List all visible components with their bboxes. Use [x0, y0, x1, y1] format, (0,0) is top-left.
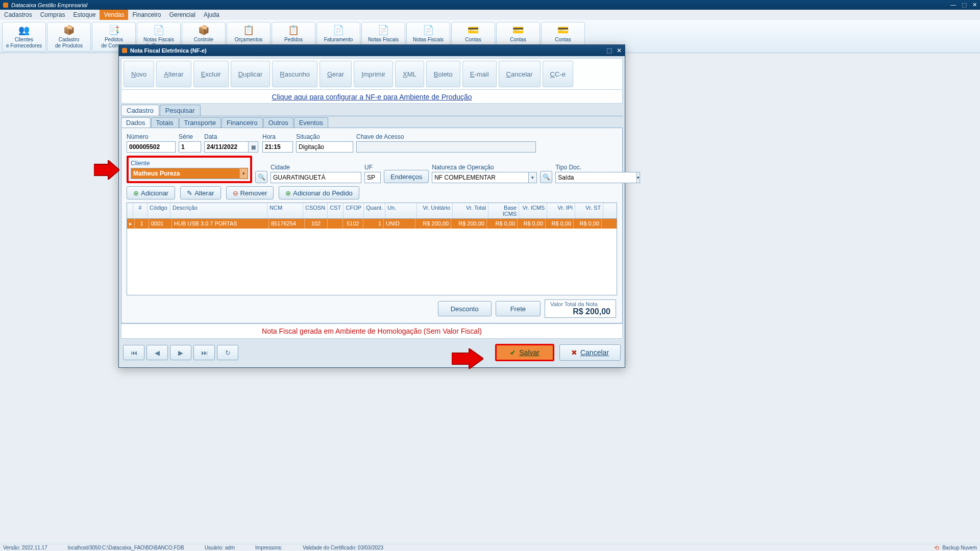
- natureza-label: Natureza de Operação: [432, 164, 537, 171]
- menu-gerencial[interactable]: Gerencial: [165, 10, 200, 20]
- serie-label: Série: [179, 133, 201, 140]
- ribbon-icon: 📄: [332, 24, 345, 36]
- action-duplicar[interactable]: Duplicar: [231, 61, 271, 87]
- refresh-icon[interactable]: ↻: [217, 345, 238, 360]
- menu-ajuda[interactable]: Ajuda: [200, 10, 224, 20]
- main-tabs: Cadastro Pesquisar: [121, 105, 623, 116]
- first-icon[interactable]: ⏮: [123, 345, 144, 360]
- record-nav: ⏮ ◀ ▶ ⏭ ↻: [123, 345, 238, 360]
- ribbon-button[interactable]: 📦Cadastrode Produtos: [47, 22, 91, 52]
- ribbon-icon: 📄: [377, 24, 390, 36]
- dialog-close-icon[interactable]: ✕: [617, 47, 622, 54]
- data-input[interactable]: [204, 141, 248, 153]
- col-vun: Vr. Unitário: [417, 203, 453, 218]
- ribbon-icon: 📑: [107, 24, 120, 36]
- refresh-icon[interactable]: ⟲: [934, 544, 939, 552]
- uf-input[interactable]: [364, 172, 381, 183]
- edit-icon: ✎: [187, 189, 192, 197]
- menu-compras[interactable]: Compras: [36, 10, 69, 20]
- subtab-transporte[interactable]: Transporte: [179, 117, 221, 128]
- ribbon-icon: 📦: [197, 24, 210, 36]
- app-titlebar: Datacaixa Gestão Empresarial — ⬚ ✕: [0, 0, 980, 10]
- chevron-down-icon[interactable]: ▾: [529, 172, 537, 183]
- status-versao: Versão: 2022.11.17: [3, 545, 47, 550]
- ribbon-icon: 📄: [152, 24, 165, 36]
- subtab-dados[interactable]: Dados: [121, 117, 151, 128]
- nfe-dialog: Nota Fiscal Eletrônica (NF-e) ⬚ ✕ NovoAl…: [118, 44, 625, 368]
- arrow-salvar: [452, 348, 483, 369]
- subtab-outros[interactable]: Outros: [263, 117, 293, 128]
- config-link[interactable]: Clique aqui para configurar a NF-e para …: [272, 93, 472, 101]
- menu-estoque[interactable]: Estoque: [69, 10, 100, 20]
- ribbon-icon: 👥: [17, 24, 31, 36]
- action-boleto[interactable]: Boleto: [426, 61, 460, 87]
- action-cancelar[interactable]: Cancelar: [499, 61, 541, 87]
- adicionar-item-button[interactable]: ⊕Adicionar: [127, 186, 175, 199]
- action-excluir[interactable]: Excluir: [193, 61, 229, 87]
- numero-label: Número: [127, 133, 176, 140]
- frete-button[interactable]: Frete: [496, 301, 541, 316]
- desconto-button[interactable]: Desconto: [438, 301, 492, 316]
- cliente-select[interactable]: [131, 168, 240, 179]
- action-imprimir[interactable]: Imprimir: [354, 61, 393, 87]
- close-icon[interactable]: ✕: [972, 2, 977, 8]
- plus-icon: ⊕: [133, 189, 139, 197]
- calendar-icon[interactable]: ▦: [248, 141, 258, 153]
- col-idx: #: [133, 203, 148, 218]
- menu-cadastros[interactable]: Cadastros: [0, 10, 36, 20]
- salvar-button[interactable]: ✔Salvar: [495, 344, 554, 361]
- dialog-maximize-icon[interactable]: ⬚: [606, 47, 612, 54]
- ribbon-button[interactable]: 👥Clientese Fornecedores: [2, 22, 46, 52]
- cancelar-button[interactable]: ✖Cancelar: [559, 344, 621, 361]
- menu-financeiro[interactable]: Financeiro: [128, 10, 165, 20]
- svg-marker-1: [452, 348, 483, 369]
- menu-vendas[interactable]: Vendas: [100, 10, 128, 20]
- tab-cadastro[interactable]: Cadastro: [121, 105, 159, 116]
- cidade-input[interactable]: [271, 172, 361, 183]
- ribbon-icon: 📄: [422, 24, 435, 36]
- chevron-down-icon[interactable]: ▾: [637, 172, 640, 183]
- chevron-down-icon[interactable]: ▾: [240, 168, 248, 179]
- situacao-input[interactable]: [296, 141, 353, 153]
- action-novo[interactable]: Novo: [124, 61, 154, 87]
- tab-pesquisar[interactable]: Pesquisar: [160, 105, 201, 116]
- action-e-mail[interactable]: E-mail: [462, 61, 497, 87]
- col-cfop: CFOP: [344, 203, 364, 218]
- chave-input[interactable]: [356, 141, 536, 153]
- arrow-cliente: [94, 160, 119, 180]
- minimize-icon[interactable]: —: [950, 2, 956, 8]
- natureza-select[interactable]: [432, 172, 529, 183]
- maximize-icon[interactable]: ⬚: [962, 2, 967, 8]
- dialog-titlebar: Nota Fiscal Eletrônica (NF-e) ⬚ ✕: [119, 45, 625, 56]
- grid-row[interactable]: ▸ 1 0001 HUB USB 3.0 7 PORTAS 85176254 1…: [127, 219, 617, 229]
- col-vtot: Vr. Total: [453, 203, 488, 218]
- numero-input[interactable]: [127, 141, 176, 153]
- next-icon[interactable]: ▶: [170, 345, 191, 360]
- action-rascunho[interactable]: Rascunho: [272, 61, 317, 87]
- cliente-lookup-button[interactable]: 🔍: [255, 171, 267, 183]
- tipo-select[interactable]: [555, 172, 637, 183]
- situacao-label: Situação: [296, 133, 353, 140]
- action-xml[interactable]: XML: [395, 61, 424, 87]
- plus-icon: ⊕: [285, 189, 291, 197]
- x-icon: ✖: [571, 348, 577, 357]
- hora-input[interactable]: [262, 141, 293, 153]
- adicionar-pedido-button[interactable]: ⊕Adicionar do Pedido: [279, 186, 359, 199]
- remover-item-button[interactable]: ⊖Remover: [226, 186, 274, 199]
- subtab-eventos[interactable]: Eventos: [294, 117, 328, 128]
- action-alterar[interactable]: Alterar: [156, 61, 191, 87]
- serie-input[interactable]: [179, 141, 201, 153]
- subtab-financeiro[interactable]: Financeiro: [222, 117, 263, 128]
- last-icon[interactable]: ⏭: [193, 345, 215, 360]
- status-impressora: Impressora:: [255, 545, 282, 550]
- app-title: Datacaixa Gestão Empresarial: [11, 2, 87, 8]
- enderecos-button[interactable]: Endereços: [384, 170, 429, 183]
- alterar-item-button[interactable]: ✎Alterar: [180, 186, 220, 199]
- prev-icon[interactable]: ◀: [146, 345, 168, 360]
- action-cc-e[interactable]: CC-e: [543, 61, 573, 87]
- col-vst: Vr. ST: [575, 203, 603, 218]
- col-ncm: NCM: [267, 203, 303, 218]
- subtab-totais[interactable]: Totais: [151, 117, 179, 128]
- natureza-lookup-button[interactable]: 🔍: [540, 171, 552, 183]
- action-gerar[interactable]: Gerar: [320, 61, 352, 87]
